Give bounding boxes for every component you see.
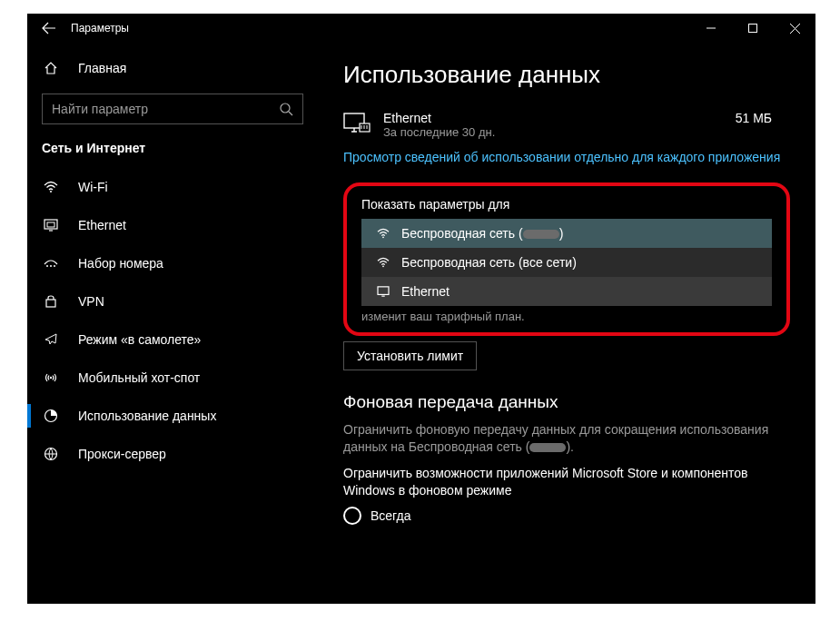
usage-summary: Ethernet За последние 30 дн. 51 МБ — [343, 111, 790, 139]
wifi-icon — [374, 228, 392, 239]
window-title: Параметры — [71, 22, 690, 34]
nav-item-dialup[interactable]: Набор номера — [27, 244, 318, 282]
arrow-left-icon — [42, 21, 56, 35]
nav-label: Набор номера — [78, 256, 163, 271]
redacted-text — [523, 230, 559, 239]
highlight-annotation: Показать параметры для Беспроводная сеть… — [343, 182, 790, 336]
nav-label: Ethernet — [78, 218, 126, 232]
set-limit-button[interactable]: Установить лимит — [343, 341, 477, 370]
nav-label: Мобильный хот-спот — [78, 370, 200, 385]
nav-item-wifi[interactable]: Wi-Fi — [27, 168, 318, 206]
search-input[interactable] — [42, 94, 303, 124]
dropdown-option[interactable]: Беспроводная сеть (все сети) — [361, 248, 772, 277]
svg-point-7 — [54, 265, 55, 267]
nav-label: Wi-Fi — [78, 180, 108, 194]
svg-rect-8 — [46, 300, 55, 307]
vpn-icon — [42, 295, 60, 308]
svg-rect-0 — [749, 25, 757, 33]
svg-point-1 — [281, 104, 290, 113]
svg-rect-16 — [378, 287, 389, 295]
network-dropdown[interactable]: Беспроводная сеть () Беспроводная сеть (… — [361, 219, 772, 306]
search-field[interactable] — [52, 102, 280, 116]
ethernet-icon — [374, 286, 392, 297]
option-label: Беспроводная сеть () — [401, 226, 563, 241]
usage-name: Ethernet — [383, 111, 736, 125]
svg-point-2 — [50, 191, 52, 192]
titlebar: Параметры — [27, 14, 815, 43]
settings-window: Параметры Главная — [27, 14, 815, 604]
radio-always[interactable]: Всегда — [343, 507, 790, 525]
home-button[interactable]: Главная — [27, 50, 318, 86]
bg-desc: Ограничить фоновую передачу данных для с… — [343, 421, 790, 456]
nav-item-datausage[interactable]: Использование данных — [27, 397, 318, 435]
maximize-button[interactable] — [732, 14, 774, 43]
datausage-icon — [42, 409, 60, 423]
page-title: Использование данных — [343, 61, 790, 89]
hotspot-icon — [42, 370, 60, 385]
radio-icon — [343, 507, 361, 525]
dropdown-option[interactable]: Беспроводная сеть () — [361, 219, 772, 248]
home-icon — [42, 61, 60, 75]
back-button[interactable] — [27, 14, 71, 43]
bg-heading: Фоновая передача данных — [343, 392, 790, 412]
nav-item-airplane[interactable]: Режим «в самолете» — [27, 320, 318, 359]
option-label: Беспроводная сеть (все сети) — [401, 255, 577, 270]
bg-desc2: Ограничить возможности приложений Micros… — [343, 465, 790, 499]
nav-list: Wi-Fi Ethernet Набор номера VPN Режим «в… — [27, 168, 318, 473]
ethernet-usage-icon — [343, 113, 374, 136]
svg-point-6 — [50, 265, 52, 267]
svg-point-14 — [382, 236, 384, 238]
nav-label: Прокси-сервер — [78, 447, 166, 461]
redacted-text — [529, 443, 566, 452]
maximize-icon — [748, 24, 757, 33]
nav-item-proxy[interactable]: Прокси-сервер — [27, 435, 318, 473]
nav-item-ethernet[interactable]: Ethernet — [27, 206, 318, 244]
wifi-icon — [374, 257, 392, 268]
search-icon — [280, 103, 293, 116]
svg-point-5 — [46, 265, 48, 267]
svg-point-15 — [382, 265, 384, 267]
nav-label: Режим «в самолете» — [78, 332, 201, 347]
home-label: Главная — [78, 61, 126, 75]
proxy-icon — [42, 447, 60, 461]
usage-value: 51 МБ — [736, 111, 790, 125]
section-heading: Сеть и Интернет — [27, 141, 318, 155]
main-content: Использование данных Ethernet За последн… — [318, 43, 815, 604]
dialup-icon — [42, 257, 60, 270]
dropdown-label: Показать параметры для — [361, 197, 772, 212]
nav-label: VPN — [78, 294, 104, 309]
dropdown-option[interactable]: Ethernet — [361, 277, 772, 306]
airplane-icon — [42, 332, 60, 347]
window-controls — [690, 14, 815, 43]
svg-rect-4 — [47, 222, 54, 227]
minimize-button[interactable] — [690, 14, 732, 43]
nav-label: Использование данных — [78, 409, 216, 423]
wifi-icon — [42, 181, 60, 193]
per-app-link[interactable]: Просмотр сведений об использовании отдел… — [343, 148, 790, 166]
radio-label: Всегда — [371, 508, 411, 523]
close-icon — [790, 24, 800, 34]
close-button[interactable] — [774, 14, 815, 43]
svg-point-9 — [50, 377, 52, 379]
nav-item-hotspot[interactable]: Мобильный хот-спот — [27, 359, 318, 397]
option-label: Ethernet — [401, 284, 450, 299]
sidebar: Главная Сеть и Интернет Wi-Fi Ethernet — [27, 43, 318, 604]
nav-item-vpn[interactable]: VPN — [27, 282, 318, 320]
ethernet-icon — [42, 219, 60, 232]
usage-period: За последние 30 дн. — [383, 125, 736, 139]
minimize-icon — [707, 24, 716, 33]
truncated-text: изменит ваш тарифный план. — [361, 310, 772, 323]
